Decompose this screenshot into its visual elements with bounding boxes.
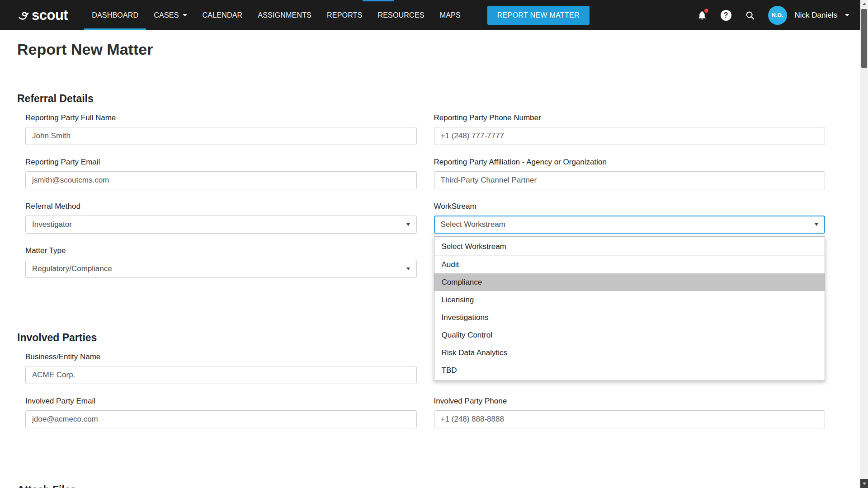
scout-logo-icon — [17, 9, 31, 22]
workstream-option[interactable]: Audit — [434, 256, 825, 273]
referral-method-select[interactable]: Investigator — [25, 216, 417, 234]
user-menu[interactable]: Nick Daniels — [795, 11, 849, 20]
chevron-down-icon — [183, 14, 187, 16]
scrollbar-thumb[interactable] — [861, 9, 867, 68]
referral-form-grid: Reporting Party Full Name Reporting Part… — [17, 113, 825, 290]
nav-assignments-label: ASSIGNMENTS — [258, 11, 311, 19]
field-reporting-party-affiliation: Reporting Party Affiliation - Agency or … — [434, 157, 826, 189]
reporting-party-email-label: Reporting Party Email — [25, 157, 417, 167]
nav-cases[interactable]: CASES — [146, 0, 194, 30]
user-name: Nick Daniels — [795, 11, 837, 20]
reporting-party-email-input[interactable] — [25, 171, 417, 189]
nav-maps[interactable]: MAPS — [432, 0, 468, 30]
reporting-party-affiliation-label: Reporting Party Affiliation - Agency or … — [434, 157, 826, 167]
avatar[interactable]: N.D. — [768, 6, 787, 25]
field-reporting-party-full-name: Reporting Party Full Name — [25, 113, 417, 145]
referral-details-section: Referral Details Reporting Party Full Na… — [17, 93, 825, 290]
search-icon — [745, 10, 755, 20]
navbar: scout DASHBOARD CASES CALENDAR ASSIGNMEN… — [0, 0, 860, 30]
involved-party-email-input[interactable] — [25, 410, 417, 428]
help-button[interactable]: ? — [720, 9, 732, 21]
business-entity-name-input[interactable] — [25, 366, 417, 384]
matter-type-value: Regulatory/Compliance — [32, 264, 112, 273]
matter-type-select[interactable]: Regulatory/Compliance — [25, 260, 417, 278]
nav-reports[interactable]: REPORTS — [319, 0, 370, 30]
referral-details-heading: Referral Details — [17, 93, 825, 105]
report-new-matter-button[interactable]: REPORT NEW MATTER — [487, 6, 590, 25]
workstream-label: WorkStream — [434, 202, 826, 211]
top-blue-indicator — [363, 0, 394, 1]
field-reporting-party-email: Reporting Party Email — [25, 157, 417, 189]
nav-calendar[interactable]: CALENDAR — [195, 0, 250, 30]
referral-right-column: Reporting Party Phone Number Reporting P… — [434, 113, 826, 290]
page-title: Report New Matter — [17, 40, 825, 59]
search-button[interactable] — [744, 9, 756, 21]
nav-reports-label: REPORTS — [327, 11, 362, 19]
notifications-button[interactable] — [696, 9, 708, 21]
field-business-entity-name: Business/Entity Name — [25, 352, 417, 384]
workstream-option[interactable]: Investigations — [434, 309, 825, 326]
nav-cases-label: CASES — [154, 11, 179, 19]
workstream-dropdown: Select Workstream Audit Compliance Licen… — [434, 236, 826, 381]
field-involved-party-email: Involved Party Email — [25, 396, 417, 428]
logo-text: scout — [32, 7, 68, 23]
title-divider — [17, 68, 825, 68]
attach-files-section: Attach Files — [17, 484, 825, 488]
scrollbar-down-arrow[interactable] — [860, 479, 868, 488]
navbar-right: ? N.D. Nick Daniels — [696, 6, 849, 25]
workstream-option[interactable]: Select Workstream — [434, 238, 825, 256]
chevron-down-icon — [406, 267, 410, 270]
field-matter-type: Matter Type Regulatory/Compliance — [25, 246, 417, 278]
nav-assignments[interactable]: ASSIGNMENTS — [250, 0, 319, 30]
nav-resources[interactable]: RESOURCES — [370, 0, 432, 30]
referral-left-column: Reporting Party Full Name Reporting Part… — [25, 113, 417, 290]
reporting-party-phone-input[interactable] — [434, 127, 826, 145]
page-content: Report New Matter Referral Details Repor… — [17, 40, 825, 488]
reporting-party-full-name-input[interactable] — [25, 127, 417, 145]
chevron-down-icon — [406, 223, 410, 226]
scout-logo[interactable]: scout — [17, 7, 68, 23]
field-reporting-party-phone: Reporting Party Phone Number — [434, 113, 826, 145]
chevron-down-icon — [815, 223, 818, 226]
nav-maps-label: MAPS — [440, 11, 461, 19]
matter-type-label: Matter Type — [25, 246, 417, 255]
reporting-party-phone-label: Reporting Party Phone Number — [434, 113, 826, 122]
involved-party-phone-label: Involved Party Phone — [434, 396, 826, 406]
reporting-party-affiliation-input[interactable] — [434, 171, 826, 189]
workstream-option[interactable]: Risk Data Analytics — [434, 344, 825, 361]
field-workstream: WorkStream Select Workstream Select Work… — [434, 202, 826, 234]
avatar-initials: N.D. — [772, 12, 783, 19]
workstream-option[interactable]: Licensing — [434, 291, 825, 309]
field-referral-method: Referral Method Investigator — [25, 202, 417, 234]
chevron-down-icon — [845, 14, 849, 16]
reporting-party-full-name-label: Reporting Party Full Name — [25, 113, 417, 122]
attach-files-heading: Attach Files — [17, 484, 825, 488]
workstream-option[interactable]: Compliance — [434, 273, 825, 291]
nav-dashboard-label: DASHBOARD — [92, 11, 138, 19]
workstream-value: Select Workstream — [441, 220, 505, 229]
nav-resources-label: RESOURCES — [377, 11, 424, 19]
question-circle-icon: ? — [721, 10, 731, 21]
workstream-option[interactable]: TBD — [434, 361, 825, 379]
page-scrollbar[interactable] — [860, 0, 868, 488]
field-involved-party-phone: Involved Party Phone — [434, 396, 826, 428]
nav-dashboard[interactable]: DASHBOARD — [84, 0, 146, 30]
workstream-select[interactable]: Select Workstream — [434, 216, 826, 234]
scrollbar-up-arrow[interactable] — [860, 0, 868, 8]
main-nav: DASHBOARD CASES CALENDAR ASSIGNMENTS REP… — [84, 0, 468, 30]
notification-dot — [704, 9, 708, 13]
referral-method-value: Investigator — [32, 220, 72, 229]
workstream-option[interactable]: Quality Control — [434, 326, 825, 344]
involved-party-phone-input[interactable] — [434, 410, 826, 428]
involved-party-email-label: Involved Party Email — [25, 396, 417, 406]
referral-method-label: Referral Method — [25, 202, 417, 211]
business-entity-name-label: Business/Entity Name — [25, 352, 417, 361]
nav-calendar-label: CALENDAR — [203, 11, 243, 19]
